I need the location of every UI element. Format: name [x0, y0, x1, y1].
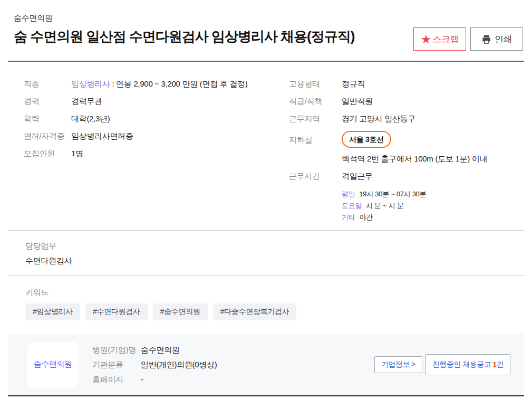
detail-value: 일반직원: [342, 96, 373, 106]
detail-row-career: 경력 경력무관: [24, 96, 289, 106]
company-name-small: 숨수면의원: [8, 0, 524, 23]
page: 숨수면의원 숨 수면의원 일산점 수면다원검사 임상병리사 채용(정규직) ★ …: [8, 0, 524, 396]
company-row-name: 병원(기업)명 숨수면의원: [92, 343, 374, 357]
company-info-button[interactable]: 기업정보 >: [374, 356, 422, 373]
detail-label: 학력: [24, 113, 71, 124]
company-row-label: 병원(기업)명: [92, 343, 141, 357]
printer-icon: [481, 34, 491, 44]
jobs-button-text: 진행중인 채용공고: [432, 360, 491, 369]
company-rows: 병원(기업)명 숨수면의원 기관분류 일반(개인)의원(0병상) 홈페이지 -: [92, 343, 374, 387]
print-label: 인쇄: [495, 33, 512, 45]
keyword-chip[interactable]: #임상병리사: [25, 303, 80, 320]
schedule-day-label: 평일: [342, 190, 355, 198]
schedule-day-label: 기타: [342, 213, 355, 221]
detail-value: 대학(2,3년): [71, 113, 110, 124]
detail-row-headcount: 모집인원 1명: [24, 148, 289, 158]
company-logo[interactable]: 숨수면의원: [27, 342, 78, 387]
detail-label: 모집인원: [24, 148, 71, 158]
detail-value: 1명: [71, 148, 83, 158]
details-right-column: 고용형태 정규직 직급/직책 일반직원 근무지역 경기 고양시 일산동구 지하철…: [289, 79, 524, 230]
header: 숨수면의원 숨 수면의원 일산점 수면다원검사 임상병리사 채용(정규직) ★ …: [8, 0, 524, 62]
worktime-type: 격일근무: [342, 171, 426, 181]
detail-label: 직종: [24, 79, 71, 89]
jobs-unit: 건: [497, 360, 504, 369]
company-row-category: 기관분류 일반(개인)의원(0병상): [92, 357, 374, 372]
detail-value: 경력무관: [71, 96, 102, 106]
keyword-chip[interactable]: #수면다원검사: [85, 303, 148, 320]
detail-label: 경력: [24, 96, 71, 106]
active-jobs-button[interactable]: 진행중인 채용공고 1 건: [425, 354, 510, 375]
keyword-section: 키워드 #임상병리사 #수면다원검사 #숨수면의원 #다중수면잠복기검사: [8, 276, 524, 320]
schedule-time: 시 분 ~ 시 분: [366, 202, 403, 210]
keyword-chip[interactable]: #다중수면잠복기검사: [213, 303, 297, 320]
scrap-label: 스크랩: [433, 33, 459, 45]
company-info-card: 숨수면의원 병원(기업)명 숨수면의원 기관분류 일반(개인)의원(0병상) 홈…: [8, 334, 524, 396]
star-icon: ★: [421, 34, 431, 44]
subway-note: 백석역 2번 출구에서 100m (도보 1분) 이내: [342, 154, 487, 164]
print-button[interactable]: 인쇄: [470, 27, 523, 51]
worktime-schedule: 평일19시 30분 ~ 07시 30분 토요일시 분 ~ 시 분 기타야간: [342, 188, 426, 223]
details-left-column: 직종 임상병리사 : 연봉 2,900 ~ 3,200 만원 (면접 후 결정)…: [24, 79, 289, 230]
scrap-button[interactable]: ★ 스크랩: [413, 27, 466, 51]
schedule-weekday: 평일19시 30분 ~ 07시 30분: [342, 188, 426, 200]
detail-row-subway-note: 백석역 2번 출구에서 100m (도보 1분) 이내: [289, 154, 524, 164]
keyword-label: 키워드: [25, 288, 524, 298]
detail-row-education: 학력 대학(2,3년): [24, 113, 289, 124]
detail-label-empty: [289, 154, 342, 164]
company-row-value: -: [141, 372, 143, 387]
duty-section: 담당업무 수면다원검사: [8, 231, 524, 276]
schedule-saturday: 토요일시 분 ~ 시 분: [342, 200, 426, 212]
detail-label: 근무시간: [289, 171, 342, 223]
header-buttons: ★ 스크랩 인쇄: [413, 27, 523, 51]
salary-text: : 연봉 2,900 ~ 3,200 만원 (면접 후 결정): [110, 79, 248, 88]
job-category-link[interactable]: 임상병리사: [71, 79, 110, 88]
job-details: 직종 임상병리사 : 연봉 2,900 ~ 3,200 만원 (면접 후 결정)…: [8, 62, 524, 231]
detail-label: 직급/직책: [289, 96, 342, 106]
detail-row-employment-type: 고용형태 정규직: [289, 79, 524, 89]
schedule-time: 야간: [359, 213, 372, 221]
duty-value: 수면다원검사: [25, 256, 524, 266]
duty-label: 담당업무: [25, 241, 524, 251]
company-row-value: 숨수면의원: [141, 343, 180, 357]
company-row-label: 홈페이지: [92, 372, 141, 387]
jobs-count: 1: [492, 360, 496, 369]
company-row-label: 기관분류: [92, 357, 141, 372]
detail-row-position: 직급/직책 일반직원: [289, 96, 524, 106]
detail-row-region: 근무지역 경기 고양시 일산동구: [289, 113, 524, 124]
detail-value: 정규직: [342, 79, 365, 89]
detail-label: 지하철: [289, 135, 342, 145]
detail-value: 경기 고양시 일산동구: [342, 113, 415, 124]
company-buttons: 기업정보 > 진행중인 채용공고 1 건: [374, 354, 510, 375]
detail-label: 고용형태: [289, 79, 342, 89]
schedule-time: 19시 30분 ~ 07시 30분: [359, 190, 426, 198]
detail-value: 서울 3호선: [342, 131, 391, 148]
detail-label: 면허/자격증: [24, 131, 71, 141]
company-row-homepage: 홈페이지 -: [92, 372, 374, 387]
keyword-chips: #임상병리사 #수면다원검사 #숨수면의원 #다중수면잠복기검사: [25, 303, 524, 320]
detail-value: 임상병리사 : 연봉 2,900 ~ 3,200 만원 (면접 후 결정): [71, 79, 247, 89]
detail-label: 근무지역: [289, 113, 342, 124]
schedule-etc: 기타야간: [342, 212, 426, 223]
detail-value: 임상병리사면허증: [71, 131, 133, 141]
keyword-chip[interactable]: #숨수면의원: [153, 303, 208, 320]
detail-row-jobtype: 직종 임상병리사 : 연봉 2,900 ~ 3,200 만원 (면접 후 결정): [24, 79, 289, 89]
detail-row-license: 면허/자격증 임상병리사면허증: [24, 131, 289, 141]
detail-row-worktime: 근무시간 격일근무 평일19시 30분 ~ 07시 30분 토요일시 분 ~ 시…: [289, 171, 524, 223]
detail-row-subway: 지하철 서울 3호선: [289, 131, 524, 148]
company-row-value: 일반(개인)의원(0병상): [141, 357, 217, 372]
subway-line-badge: 서울 3호선: [342, 131, 391, 148]
schedule-day-label: 토요일: [342, 202, 362, 210]
detail-value: 격일근무 평일19시 30분 ~ 07시 30분 토요일시 분 ~ 시 분 기타…: [342, 171, 426, 223]
